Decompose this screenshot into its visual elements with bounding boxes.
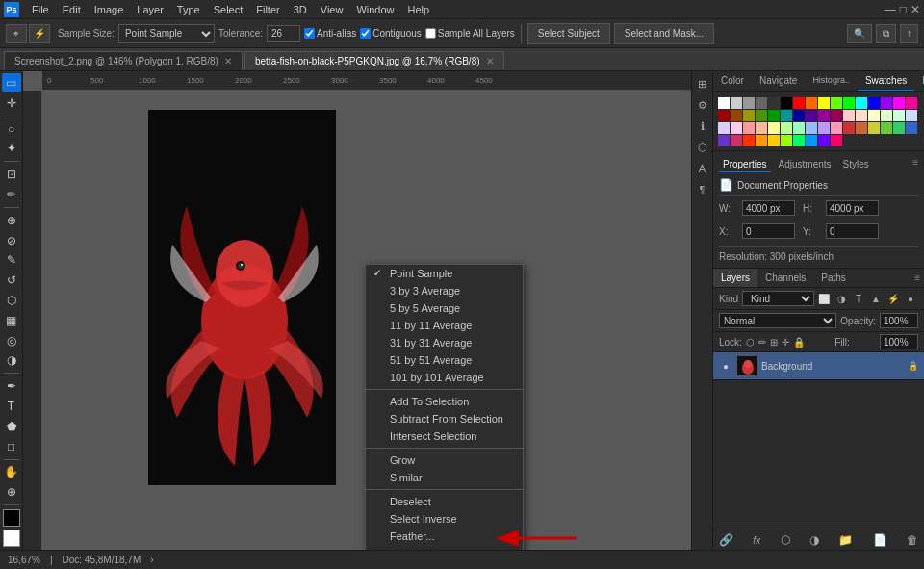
settings-icon[interactable]: ⚙: [694, 96, 711, 114]
pixel-filter-btn[interactable]: ⬜: [816, 291, 832, 306]
ctx-51x51[interactable]: 51 by 51 Average: [366, 351, 523, 369]
pen-tool[interactable]: ✒: [2, 376, 21, 396]
swatch[interactable]: [893, 97, 905, 109]
swatch[interactable]: [793, 122, 805, 134]
layer-visibility-eye[interactable]: ●: [719, 359, 732, 373]
swatch[interactable]: [906, 122, 917, 134]
ctx-deselect[interactable]: Deselect: [366, 493, 523, 510]
ctx-11x11[interactable]: 11 by 11 Average: [366, 317, 523, 334]
swatch[interactable]: [818, 110, 830, 121]
lasso-tool[interactable]: ○: [2, 119, 21, 139]
menu-file[interactable]: File: [25, 2, 56, 17]
tab-screenshot-close[interactable]: ✕: [224, 56, 232, 66]
type-icon[interactable]: A: [694, 160, 711, 177]
blur-tool[interactable]: ◎: [2, 331, 21, 350]
height-input[interactable]: [826, 200, 879, 216]
adjustment-filter-btn[interactable]: ◑: [834, 291, 849, 306]
swatch[interactable]: [806, 97, 817, 109]
swatch[interactable]: [818, 135, 830, 146]
move-tool-icon[interactable]: ✛: [2, 93, 21, 113]
ctx-select-inverse[interactable]: Select Inverse: [366, 510, 523, 528]
fill-input[interactable]: [880, 334, 918, 349]
lock-transparent-btn[interactable]: ⬡: [746, 337, 755, 348]
layers-tab-layers[interactable]: Layers: [713, 269, 757, 287]
swatch[interactable]: [906, 97, 917, 109]
dodge-tool[interactable]: ◑: [2, 351, 21, 371]
layers-menu-btn[interactable]: ≡: [911, 269, 924, 287]
anti-alias-checkbox[interactable]: Anti-alias: [304, 28, 356, 39]
swatch[interactable]: [806, 110, 817, 121]
menu-view[interactable]: View: [314, 2, 350, 17]
swatch[interactable]: [731, 122, 742, 134]
panel-tab-history[interactable]: History: [914, 71, 924, 91]
swatch[interactable]: [781, 110, 792, 121]
menu-filter[interactable]: Filter: [249, 2, 286, 17]
menu-3d[interactable]: 3D: [287, 2, 314, 17]
swatch[interactable]: [818, 97, 830, 109]
swatch[interactable]: [831, 122, 842, 134]
layers-tab-paths[interactable]: Paths: [813, 269, 854, 287]
search-btn[interactable]: 🔍: [847, 24, 872, 43]
zoom-tool[interactable]: ⊕: [2, 482, 21, 502]
swatch[interactable]: [843, 110, 855, 121]
wand-tool-icon[interactable]: ✦: [2, 139, 21, 158]
swatch[interactable]: [831, 110, 842, 121]
swatch[interactable]: [843, 97, 855, 109]
swatch[interactable]: [831, 135, 842, 146]
swatch[interactable]: [856, 122, 867, 134]
selection-tool[interactable]: ▭: [2, 73, 21, 92]
type-filter-btn[interactable]: T: [851, 291, 866, 306]
menu-edit[interactable]: Edit: [56, 2, 88, 17]
swatch[interactable]: [718, 110, 730, 121]
tab-screenshot[interactable]: Screenshot_2.png @ 146% (Polygon 1, RGB/…: [4, 51, 243, 70]
text-tool[interactable]: T: [2, 397, 21, 416]
props-tab-styles[interactable]: Styles: [839, 157, 873, 172]
ctx-5x5[interactable]: 5 by 5 Average: [366, 299, 523, 317]
shape-filter-btn[interactable]: ▲: [868, 291, 884, 306]
swatch[interactable]: [806, 122, 817, 134]
y-input[interactable]: [826, 223, 879, 239]
panel-tab-swatches[interactable]: Swatches: [858, 71, 914, 91]
swatch[interactable]: [843, 122, 855, 134]
swatch[interactable]: [906, 110, 917, 121]
swatch[interactable]: [718, 97, 730, 109]
history-brush[interactable]: ↺: [2, 271, 21, 290]
move-tool[interactable]: ⌖: [6, 24, 27, 43]
select-subject-button[interactable]: Select Subject: [527, 23, 610, 44]
ctx-add-selection[interactable]: Add To Selection: [366, 393, 523, 410]
blend-mode-select[interactable]: Normal: [719, 313, 836, 328]
menu-help[interactable]: Help: [401, 2, 437, 17]
props-menu[interactable]: ≡: [912, 157, 918, 172]
swatch[interactable]: [868, 122, 880, 134]
link-layers-btn[interactable]: 🔗: [719, 533, 733, 547]
swatch[interactable]: [781, 97, 792, 109]
ctx-point-sample[interactable]: ✓ Point Sample: [366, 265, 523, 282]
clone-tool[interactable]: ✎: [2, 250, 21, 270]
swatch[interactable]: [781, 122, 792, 134]
width-input[interactable]: [742, 200, 795, 216]
swatch[interactable]: [731, 97, 742, 109]
eraser-tool[interactable]: ⬡: [2, 291, 21, 310]
swatch[interactable]: [881, 97, 892, 109]
tolerance-input[interactable]: [267, 25, 300, 42]
swatch[interactable]: [793, 97, 805, 109]
swatch[interactable]: [731, 110, 742, 121]
add-adjustment-btn[interactable]: ◑: [809, 533, 819, 547]
sample-all-checkbox[interactable]: Sample All Layers: [425, 28, 515, 39]
fx-btn[interactable]: fx: [753, 535, 760, 546]
swatch[interactable]: [718, 135, 730, 146]
swatch[interactable]: [856, 97, 867, 109]
delete-layer-btn[interactable]: 🗑: [907, 533, 918, 547]
paragraph-icon[interactable]: ¶: [694, 181, 711, 198]
contiguous-checkbox[interactable]: Contiguous: [360, 28, 422, 39]
swatch[interactable]: [856, 110, 867, 121]
swatch[interactable]: [793, 135, 805, 146]
panel-tab-navigate[interactable]: Navigate: [752, 71, 805, 91]
swatch[interactable]: [756, 97, 767, 109]
lock-paint-btn[interactable]: ✏: [758, 337, 766, 348]
crop-tool[interactable]: ⊡: [2, 165, 21, 184]
swatch[interactable]: [731, 135, 742, 146]
select-mask-button[interactable]: Select and Mask...: [614, 23, 714, 44]
swatch[interactable]: [893, 110, 905, 121]
props-tab-properties[interactable]: Properties: [719, 157, 771, 172]
